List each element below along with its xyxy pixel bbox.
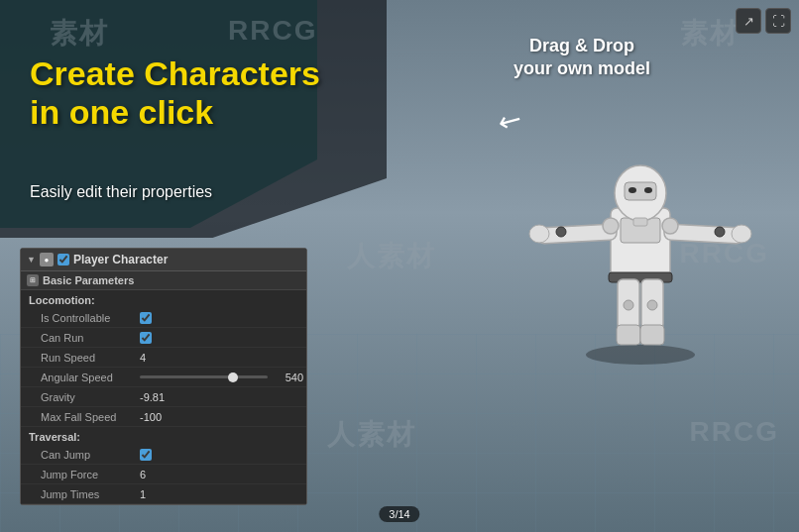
locomotion-group-label: Locomotion: xyxy=(21,290,306,308)
can-run-checkbox[interactable] xyxy=(140,332,152,344)
page-indicator: 3/14 xyxy=(379,506,419,522)
svg-point-8 xyxy=(644,187,652,193)
run-speed-value: 4 xyxy=(140,352,146,364)
property-row-gravity: Gravity -9.81 xyxy=(21,387,306,407)
svg-point-7 xyxy=(628,187,636,193)
panel-title: Player Character xyxy=(73,253,168,266)
drag-drop-annotation: Drag & Dropyour own model xyxy=(514,35,650,81)
max-fall-speed-value: -100 xyxy=(140,411,162,423)
property-row-jump-force: Jump Force 6 xyxy=(21,465,306,484)
top-right-toolbar: ↗ ⛶ xyxy=(736,8,791,34)
gravity-value: -9.81 xyxy=(140,391,165,403)
traversal-group-label: Traversal: xyxy=(21,427,306,445)
jump-times-value: 1 xyxy=(140,488,146,500)
svg-point-24 xyxy=(556,227,566,237)
property-row-can-jump: Can Jump xyxy=(21,445,306,465)
angular-speed-value: 540 xyxy=(274,372,303,383)
jump-force-value: 6 xyxy=(140,469,146,480)
angular-speed-label: Angular Speed xyxy=(41,372,140,383)
hero-title: Create Characters in one click xyxy=(30,54,320,132)
inspector-panel: ▼ ● Player Character ⊞ Basic Parameters … xyxy=(20,248,307,505)
angular-speed-slider[interactable] xyxy=(140,375,268,378)
angular-speed-slider-container: 540 xyxy=(140,372,303,383)
property-row-angular-speed: Angular Speed 540 xyxy=(21,368,306,387)
property-row-is-controllable: Is Controllable xyxy=(21,308,306,328)
svg-point-16 xyxy=(603,218,619,234)
jump-times-label: Jump Times xyxy=(41,488,140,500)
panel-collapse-arrow[interactable]: ▼ xyxy=(27,255,36,265)
svg-point-1 xyxy=(586,345,695,365)
is-controllable-label: Is Controllable xyxy=(41,312,140,324)
section-icon: ⊞ xyxy=(27,274,39,286)
panel-enabled-checkbox[interactable] xyxy=(57,254,69,266)
is-controllable-checkbox[interactable] xyxy=(140,312,152,324)
section-title: Basic Parameters xyxy=(43,274,134,286)
expand-button[interactable]: ⛶ xyxy=(765,8,791,34)
svg-point-12 xyxy=(529,225,549,243)
property-row-run-speed: Run Speed 4 xyxy=(21,348,306,368)
robot-character xyxy=(521,79,759,371)
panel-header: ▼ ● Player Character xyxy=(21,249,306,271)
property-row-can-run: Can Run xyxy=(21,328,306,348)
svg-point-23 xyxy=(647,300,657,310)
svg-rect-9 xyxy=(633,218,647,226)
max-fall-speed-label: Max Fall Speed xyxy=(41,411,140,423)
property-row-jump-times: Jump Times 1 xyxy=(21,484,306,504)
svg-point-25 xyxy=(715,227,725,237)
panel-header-icon: ● xyxy=(40,253,54,266)
jump-force-label: Jump Force xyxy=(41,469,140,480)
svg-point-17 xyxy=(662,218,678,234)
gravity-label: Gravity xyxy=(41,391,140,403)
can-jump-label: Can Jump xyxy=(41,449,140,461)
section-header: ⊞ Basic Parameters xyxy=(21,271,306,290)
run-speed-label: Run Speed xyxy=(41,352,140,364)
can-run-label: Can Run xyxy=(41,332,140,344)
svg-point-15 xyxy=(732,225,751,243)
svg-rect-19 xyxy=(617,325,640,345)
svg-point-22 xyxy=(624,300,633,310)
property-row-max-fall-speed: Max Fall Speed -100 xyxy=(21,407,306,427)
hero-subtitle: Easily edit their properties xyxy=(30,183,212,201)
svg-rect-21 xyxy=(640,325,664,345)
share-button[interactable]: ↗ xyxy=(736,8,761,34)
can-jump-checkbox[interactable] xyxy=(140,449,152,461)
